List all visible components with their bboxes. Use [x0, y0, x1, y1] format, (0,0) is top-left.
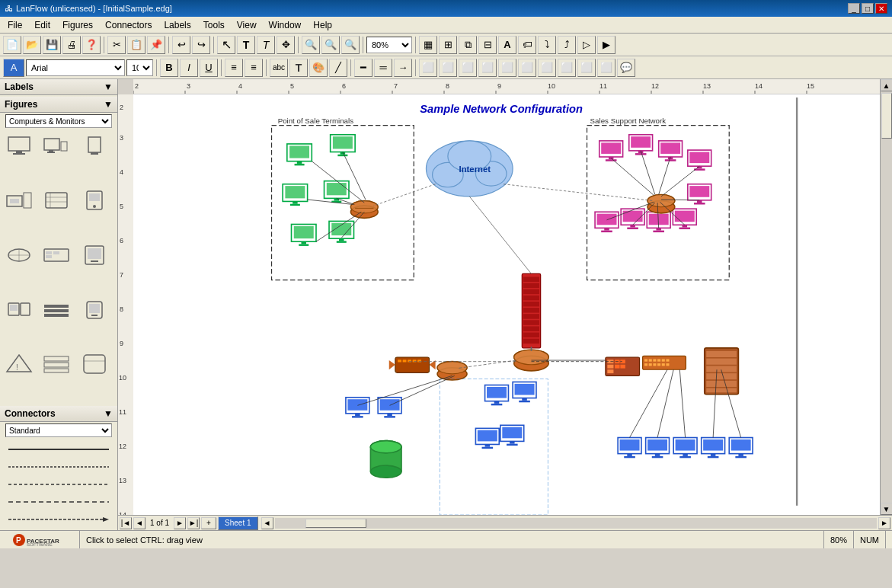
pos-monitor-5[interactable]: [292, 224, 316, 245]
justify-left-button[interactable]: ⬜: [419, 59, 437, 77]
window-controls[interactable]: _ □ ✕: [848, 3, 887, 14]
line-style-button[interactable]: ━: [354, 59, 372, 77]
justify-mid-button[interactable]: ⬜: [518, 59, 536, 77]
bl-router[interactable]: [389, 357, 436, 372]
switch-device[interactable]: [643, 356, 686, 369]
zoom-select[interactable]: 80% 50% 75% 100% 125% 150%: [366, 37, 412, 53]
pos-monitor-1[interactable]: [287, 144, 312, 165]
align-left-button[interactable]: ≡: [225, 59, 243, 77]
layers-button[interactable]: ⧉: [459, 36, 477, 54]
zoom-in-button[interactable]: 🔍: [302, 36, 320, 54]
blue-desktop-5[interactable]: [475, 428, 499, 449]
text-style-button[interactable]: abc: [270, 59, 288, 77]
menu-connectors[interactable]: Connectors: [99, 18, 158, 32]
last-page-button[interactable]: ►|: [187, 517, 200, 529]
menu-labels[interactable]: Labels: [158, 18, 197, 32]
font-size-select[interactable]: 10: [126, 59, 153, 76]
ssn-monitor-4[interactable]: [688, 150, 711, 171]
grid-button[interactable]: ▦: [419, 36, 437, 54]
shape-item[interactable]: [78, 296, 110, 323]
justify-bottom-button[interactable]: ⬜: [478, 59, 497, 77]
vertical-scrollbar[interactable]: ▲ ▼: [880, 79, 892, 515]
shape-item[interactable]: [78, 133, 110, 160]
font-button[interactable]: A: [498, 36, 516, 54]
pos-router[interactable]: [350, 201, 378, 219]
font-name-select[interactable]: Arial: [26, 59, 125, 76]
menu-tools[interactable]: Tools: [197, 18, 231, 32]
scroll-track-v[interactable]: [881, 91, 892, 503]
h-scroll-thumb[interactable]: [305, 519, 366, 528]
menu-file[interactable]: File: [2, 18, 28, 32]
paste-button[interactable]: 📌: [147, 36, 165, 54]
extra-btn3[interactable]: ⬜: [577, 59, 596, 77]
figures-header[interactable]: Figures ▼: [0, 97, 117, 113]
shape-item[interactable]: [40, 296, 72, 323]
connector-dashed-large[interactable]: [3, 494, 114, 510]
zoom-reset-button[interactable]: 🔍: [341, 36, 360, 54]
connector-solid[interactable]: [3, 442, 114, 457]
justify-top-button[interactable]: ⬜: [459, 59, 477, 77]
align-center-button[interactable]: ≡: [245, 59, 263, 77]
text-italic-button[interactable]: T: [257, 36, 275, 54]
blue-desktop-1[interactable]: [346, 398, 369, 418]
shape-item[interactable]: [3, 133, 35, 160]
justify-center-button[interactable]: ⬜: [498, 59, 516, 77]
close-button[interactable]: ✕: [875, 3, 887, 14]
print-button[interactable]: 🖨: [62, 36, 81, 54]
pos-monitor-6[interactable]: [329, 221, 353, 242]
line-color-button[interactable]: ╱: [329, 59, 347, 77]
menu-edit[interactable]: Edit: [28, 18, 56, 32]
connector-arrow[interactable]: [3, 512, 114, 527]
database[interactable]: [370, 441, 401, 478]
ssn-monitor-5[interactable]: [688, 184, 711, 205]
blue-desktop-6[interactable]: [500, 425, 524, 446]
bold-button[interactable]: B: [160, 59, 178, 77]
pos-monitor-3[interactable]: [283, 184, 307, 206]
nas-device[interactable]: [606, 357, 640, 375]
ssn-monitor-6[interactable]: [595, 212, 619, 232]
canvas-area[interactable]: 2 3 4 5 6 7 8: [118, 79, 880, 515]
blue-desktop-4[interactable]: [513, 382, 536, 402]
scroll-left-button[interactable]: ◄: [261, 517, 273, 529]
shape-item[interactable]: [78, 187, 110, 214]
fill-color-button[interactable]: 🎨: [309, 59, 328, 77]
zoom-out-button[interactable]: 🔍: [321, 36, 340, 54]
export-button[interactable]: ⤴: [558, 36, 576, 54]
line-end-button[interactable]: →: [394, 59, 412, 77]
save-button[interactable]: 💾: [43, 36, 61, 54]
connector-dashed-medium[interactable]: [3, 477, 114, 492]
minimize-button[interactable]: _: [848, 3, 860, 14]
scroll-right-button[interactable]: ►: [878, 517, 890, 529]
open-button[interactable]: 📂: [23, 36, 41, 54]
italic-button[interactable]: I: [180, 59, 198, 77]
text-button[interactable]: T: [237, 36, 255, 54]
shape-item[interactable]: [40, 187, 72, 214]
shape-item[interactable]: [78, 241, 110, 269]
ssn-monitor-2[interactable]: [629, 135, 653, 155]
undo-button[interactable]: ↩: [172, 36, 190, 54]
select-button[interactable]: ↖: [217, 36, 235, 54]
extra-btn1[interactable]: ⬜: [538, 59, 556, 77]
ssn-router[interactable]: [647, 195, 675, 213]
blue-desktop-r4[interactable]: [702, 438, 725, 459]
blue-desktop-r3[interactable]: [673, 438, 697, 459]
label-button[interactable]: 🏷: [518, 36, 536, 54]
arrange-button[interactable]: ⊞: [439, 36, 457, 54]
scroll-down-button[interactable]: ▼: [881, 503, 893, 515]
firewall[interactable]: [522, 273, 540, 347]
labels-header[interactable]: Labels ▼: [0, 79, 117, 95]
shape-item[interactable]: [3, 296, 35, 323]
underline-button[interactable]: U: [200, 59, 218, 77]
sheet1-tab[interactable]: Sheet 1: [218, 516, 257, 530]
align-button[interactable]: ⊟: [478, 36, 497, 54]
copy-button[interactable]: 📋: [127, 36, 145, 54]
shape-item[interactable]: [3, 187, 35, 214]
extra-btn2[interactable]: ⬜: [558, 59, 576, 77]
next-page-button[interactable]: ►: [174, 517, 186, 529]
shape-item[interactable]: [78, 350, 110, 378]
shape-item[interactable]: [40, 133, 72, 160]
h-scroll-track[interactable]: [275, 518, 877, 529]
action2-button[interactable]: ▶: [597, 36, 615, 54]
connectors-category-select[interactable]: Standard Custom: [5, 423, 112, 437]
menu-view[interactable]: View: [231, 18, 263, 32]
